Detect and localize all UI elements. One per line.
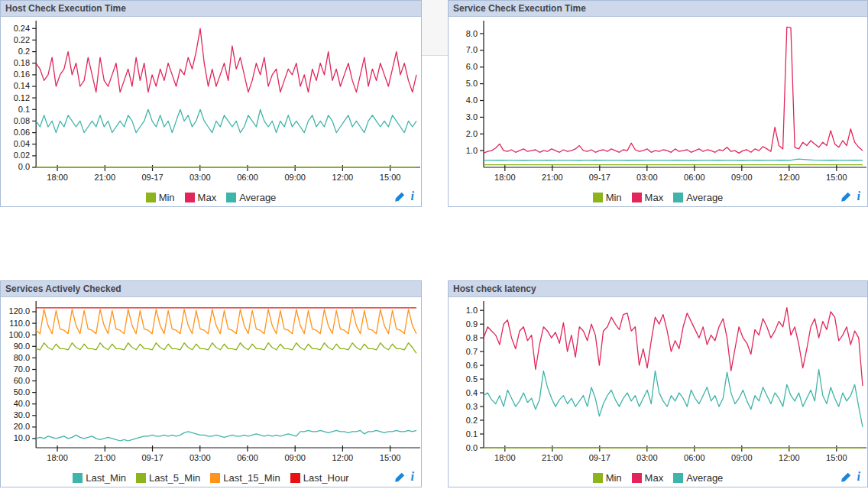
legend-label: Last_5_Min [149, 472, 200, 484]
y-tick-label: 0.2 [466, 416, 478, 425]
legend-swatch [210, 473, 220, 483]
legend-label: Min [606, 192, 622, 203]
y-tick-label: 0.2 [18, 47, 30, 56]
legend-item-min[interactable]: Min [593, 472, 622, 484]
x-tick-label: 12:00 [779, 453, 800, 462]
panel-title: Service Check Execution Time [449, 1, 867, 17]
series-line-Last_5_Min [36, 343, 416, 354]
panel-footer: Last_MinLast_5_MinLast_15_MinLast_Hour i [1, 469, 421, 487]
x-tick-label: 12:00 [779, 173, 800, 182]
edit-graph-pencil-icon[interactable] [841, 472, 851, 482]
x-tick-label: 21:00 [94, 173, 115, 182]
legend-swatch [593, 193, 603, 202]
y-tick-label: 120.0 [9, 307, 31, 316]
y-tick-label: 30.0 [14, 410, 30, 419]
legend-item-last_min[interactable]: Last_Min [73, 472, 126, 484]
x-tick-label: 06:00 [684, 173, 705, 182]
y-tick-label: 0.08 [14, 116, 30, 125]
panel-host-check-execution-time: Host Check Execution Time 0.00.020.040.0… [0, 0, 422, 207]
info-icon[interactable]: i [411, 471, 414, 482]
legend-swatch [136, 473, 146, 483]
legend-label: Max [645, 472, 664, 484]
y-tick-label: 0.02 [14, 151, 30, 160]
legend-item-min[interactable]: Min [146, 192, 175, 203]
legend-item-max[interactable]: Max [632, 472, 664, 484]
y-tick-label: 6.0 [466, 62, 478, 71]
legend-item-max[interactable]: Max [185, 192, 217, 203]
y-tick-label: 0.12 [14, 93, 30, 102]
panel-footer: MinMaxAverage i [449, 189, 867, 206]
legend-label: Max [198, 192, 217, 203]
legend-item-average[interactable]: Average [226, 192, 276, 203]
y-tick-label: 0.24 [14, 24, 30, 33]
legend-label: Last_Hour [303, 472, 349, 484]
legend-item-last_5_min[interactable]: Last_5_Min [136, 472, 200, 484]
y-tick-label: 0.8 [466, 333, 478, 342]
legend-swatch [226, 193, 236, 202]
y-tick-label: 0.18 [14, 58, 30, 67]
series-line-Last_Min [36, 430, 416, 441]
y-tick-label: 0.22 [14, 35, 30, 44]
x-tick-label: 15:00 [380, 173, 401, 182]
info-icon[interactable]: i [857, 191, 860, 202]
series-line-Max [36, 28, 416, 92]
y-tick-label: 0.1 [18, 105, 30, 114]
legend-item-last_15_min[interactable]: Last_15_Min [210, 472, 280, 484]
chart-legend: MinMaxAverage [593, 472, 724, 484]
panel-footer: MinMaxAverage i [449, 469, 867, 487]
y-tick-label: 50.0 [14, 387, 30, 397]
chart-canvas-service-check-execution-time[interactable]: 1.02.03.04.05.06.07.08.018:0021:0009-170… [449, 17, 867, 189]
legend-item-max[interactable]: Max [632, 192, 664, 203]
series-line-Last_15_Min [36, 309, 416, 334]
legend-item-last_hour[interactable]: Last_Hour [290, 472, 349, 484]
legend-swatch [593, 473, 603, 483]
series-line-Max [484, 27, 863, 153]
legend-item-min[interactable]: Min [593, 192, 622, 203]
x-tick-label: 09:00 [731, 453, 753, 462]
y-tick-label: 0.6 [466, 361, 478, 370]
y-tick-label: 40.0 [14, 399, 30, 408]
chart-canvas-services-actively-checked[interactable]: 10.020.030.040.050.060.070.080.090.0100.… [1, 297, 421, 469]
info-icon[interactable]: i [411, 191, 414, 202]
panel-host-check-latency: Host check latency 0.00.10.20.30.40.50.6… [448, 280, 868, 487]
chart-canvas-host-check-execution-time[interactable]: 0.00.020.040.060.080.10.120.140.160.180.… [1, 17, 421, 189]
y-tick-label: 1.0 [466, 306, 478, 315]
y-tick-label: 8.0 [466, 29, 478, 38]
y-tick-label: 2.0 [466, 129, 478, 138]
legend-swatch [632, 473, 642, 483]
panel-title: Services Actively Checked [1, 281, 421, 297]
y-tick-label: 7.0 [466, 45, 478, 54]
y-tick-label: 0.3 [466, 402, 478, 411]
edit-graph-pencil-icon[interactable] [395, 192, 405, 202]
chart-canvas-host-check-latency[interactable]: 0.00.10.20.30.40.50.60.70.80.91.018:0021… [449, 297, 867, 469]
y-tick-label: 0.5 [466, 374, 478, 384]
x-tick-label: 09-17 [589, 453, 611, 462]
series-line-Average [484, 370, 863, 428]
edit-graph-pencil-icon[interactable] [841, 192, 851, 202]
legend-item-average[interactable]: Average [673, 192, 723, 203]
x-tick-label: 18:00 [47, 453, 68, 462]
y-tick-label: 90.0 [14, 342, 30, 351]
x-tick-label: 21:00 [94, 453, 115, 462]
legend-swatch [146, 193, 156, 202]
series-line-Average [484, 159, 863, 160]
x-tick-label: 21:00 [542, 453, 563, 462]
legend-item-average[interactable]: Average [673, 472, 723, 484]
y-tick-label: 3.0 [466, 112, 478, 121]
y-tick-label: 0.0 [18, 163, 30, 172]
legend-swatch [290, 473, 300, 483]
x-tick-label: 03:00 [636, 453, 658, 462]
series-line-Average [36, 109, 416, 132]
legend-label: Min [159, 192, 175, 203]
panel-services-actively-checked: Services Actively Checked 10.020.030.040… [0, 280, 422, 487]
y-tick-label: 0.7 [466, 347, 478, 356]
y-tick-label: 0.16 [14, 70, 30, 79]
x-tick-label: 09-17 [141, 453, 163, 462]
x-tick-label: 12:00 [332, 173, 354, 182]
y-tick-label: 100.0 [9, 330, 31, 339]
panel-title: Host Check Execution Time [1, 1, 421, 17]
legend-label: Max [645, 192, 664, 203]
info-icon[interactable]: i [857, 471, 860, 482]
y-tick-label: 0.14 [14, 82, 30, 91]
edit-graph-pencil-icon[interactable] [395, 472, 405, 482]
